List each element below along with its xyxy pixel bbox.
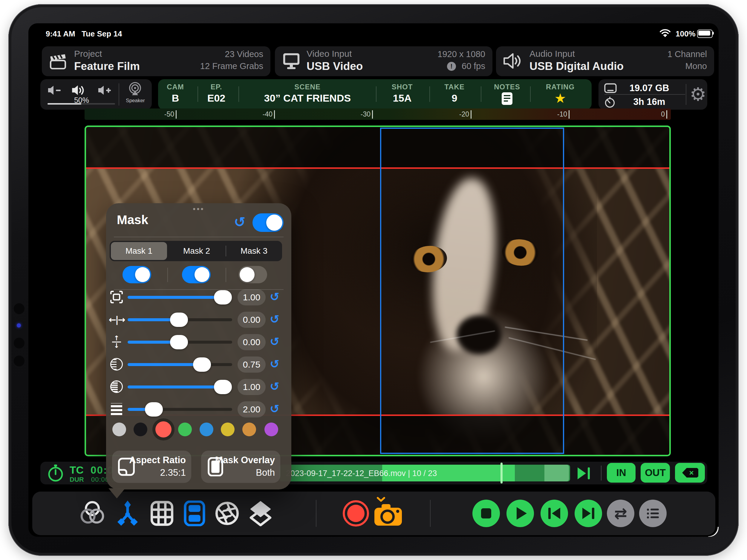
mask-enable-toggle[interactable] xyxy=(253,213,284,232)
audio-output-icon[interactable] xyxy=(126,82,144,97)
color-swatch-red-selected[interactable] xyxy=(152,418,175,440)
color-swatch-black[interactable] xyxy=(134,423,147,436)
slate-rating[interactable]: RATING ★ xyxy=(539,79,581,110)
next-clip-button[interactable] xyxy=(574,500,602,527)
horizontal-offset-icon: ←|→ xyxy=(108,311,125,328)
status-time: 9:41 AM xyxy=(46,29,75,39)
color-swatch-green[interactable] xyxy=(178,423,192,436)
line-width-slider[interactable] xyxy=(128,408,232,411)
gear-icon[interactable]: ⚙ xyxy=(689,82,707,107)
outer-opacity-reset-button[interactable]: ↺ xyxy=(270,357,279,371)
slate-take[interactable]: TAKE 9 xyxy=(434,79,475,110)
slider-knob[interactable] xyxy=(170,335,188,349)
mark-out-button[interactable]: OUT xyxy=(641,463,670,483)
mask-reset-button[interactable]: ↺ xyxy=(234,214,246,230)
vertical-offset-slider[interactable] xyxy=(128,341,232,343)
bottom-toolbar: ⇄ xyxy=(32,491,715,535)
horizontal-offset-value: 0.00 xyxy=(237,312,266,328)
clip-list-button[interactable] xyxy=(639,500,667,527)
color-swatch-orange[interactable] xyxy=(242,423,256,436)
volume-down-button[interactable] xyxy=(47,83,63,98)
clapperboard-icon xyxy=(48,52,68,71)
storage-card: 19.07 GB 3h 16m ⚙ xyxy=(598,79,707,110)
slider-knob[interactable] xyxy=(193,357,211,372)
outer-opacity-slider[interactable] xyxy=(128,363,232,366)
scopes-icon[interactable] xyxy=(115,501,140,526)
panel-divider xyxy=(114,237,284,237)
aspect-ratio-label: Aspect Ratio xyxy=(129,455,186,465)
scale-value: 1.00 xyxy=(237,289,266,305)
slider-row-line-opacity: 1.00 ↺ xyxy=(106,376,291,398)
line-width-icon xyxy=(108,401,125,417)
slate-cam[interactable]: CAM B xyxy=(161,79,190,110)
stop-button[interactable] xyxy=(472,500,500,527)
dur-label: DUR xyxy=(70,476,84,484)
framegrab-camera-button[interactable] xyxy=(373,503,403,527)
audio-input-name: USB Digital Audio xyxy=(530,60,624,73)
slate-episode[interactable]: EP. E02 xyxy=(201,79,231,110)
play-button[interactable] xyxy=(507,500,534,527)
playhead[interactable] xyxy=(500,463,503,484)
toggle-divider xyxy=(167,268,168,282)
aspect-ratio-button[interactable]: Aspect Ratio 2.35:1 xyxy=(112,451,191,483)
toggle-divider xyxy=(226,268,226,282)
slate-notes[interactable]: NOTES xyxy=(486,79,528,110)
scale-slider[interactable] xyxy=(128,296,232,299)
scale-reset-button[interactable]: ↺ xyxy=(270,290,279,303)
vertical-offset-reset-button[interactable]: ↺ xyxy=(270,335,279,348)
horizontal-offset-reset-button[interactable]: ↺ xyxy=(270,312,279,326)
mark-in-button[interactable]: IN xyxy=(607,463,636,483)
aperture-icon[interactable] xyxy=(214,501,240,526)
audio-mode: Mono xyxy=(685,61,707,71)
tab-mask-3[interactable]: Mask 3 xyxy=(227,241,281,261)
slate-shot[interactable]: SHOT 15A xyxy=(378,79,426,110)
line-opacity-reset-button[interactable]: ↺ xyxy=(270,380,279,393)
tab-mask-1[interactable]: Mask 1 xyxy=(111,242,167,260)
loop-icon: ⇄ xyxy=(614,504,627,523)
tab-mask-2[interactable]: Mask 2 xyxy=(168,241,225,261)
monitor-icon xyxy=(282,52,301,70)
volume-up-button[interactable] xyxy=(97,83,114,98)
audio-input-card[interactable]: Audio Input USB Digital Audio 1 Channel … xyxy=(496,46,714,76)
loop-button[interactable]: ⇄ xyxy=(607,500,634,527)
timeline-segment xyxy=(544,465,569,481)
mask-tool-icon[interactable] xyxy=(182,501,207,526)
project-card[interactable]: Project Feature Film 23 Videos 12 Frame … xyxy=(42,46,271,76)
aspect-ratio-value: 2.35:1 xyxy=(160,467,186,478)
storage-gear-divider xyxy=(686,84,686,105)
line-width-reset-button[interactable]: ↺ xyxy=(270,402,279,415)
edit-divider xyxy=(601,465,601,481)
step-forward-icon[interactable] xyxy=(577,467,594,479)
tc-label: TC xyxy=(70,464,84,476)
false-color-icon[interactable] xyxy=(79,501,105,526)
video-input-card[interactable]: Video Input USB Video 1920 x 1080 ! 60 f… xyxy=(275,46,492,76)
slider-knob[interactable] xyxy=(145,402,163,416)
color-swatch-gray[interactable] xyxy=(112,423,126,436)
toolbar-divider xyxy=(430,500,431,527)
slider-knob[interactable] xyxy=(170,312,188,327)
previous-clip-button[interactable] xyxy=(541,500,568,527)
layers-icon[interactable] xyxy=(248,501,274,526)
mask1-visible-toggle[interactable] xyxy=(123,266,151,283)
slider-knob[interactable] xyxy=(214,380,232,394)
meter-tick: -20 xyxy=(445,110,471,119)
slate-divider xyxy=(429,86,430,102)
slider-row-scale: 1.00 ↺ xyxy=(106,286,291,308)
delete-clip-button[interactable]: × xyxy=(675,463,705,483)
panel-grabber[interactable]: ••• xyxy=(106,204,291,214)
status-date: Tue Sep 14 xyxy=(82,29,122,39)
mask-overlay-button[interactable]: Mask Overlay Both xyxy=(201,451,280,483)
speaker-icon xyxy=(503,51,522,71)
slider-knob[interactable] xyxy=(214,290,232,305)
color-swatch-blue[interactable] xyxy=(200,423,213,436)
horizontal-offset-slider[interactable] xyxy=(128,318,232,321)
slate-scene[interactable]: SCENE 30” CAT FRIENDS xyxy=(257,79,358,110)
color-swatch-yellow[interactable] xyxy=(221,423,235,436)
mask2-visible-toggle[interactable] xyxy=(182,266,211,283)
mask3-visible-toggle[interactable] xyxy=(238,266,267,283)
record-button[interactable] xyxy=(343,500,369,527)
clip-timeline[interactable]: 2023-09-17_17-22-12_EB66.mov | 10 / 23 xyxy=(279,465,570,481)
grid-overlay-icon[interactable] xyxy=(149,501,175,526)
color-swatch-purple[interactable] xyxy=(264,423,278,436)
line-opacity-slider[interactable] xyxy=(128,385,232,388)
